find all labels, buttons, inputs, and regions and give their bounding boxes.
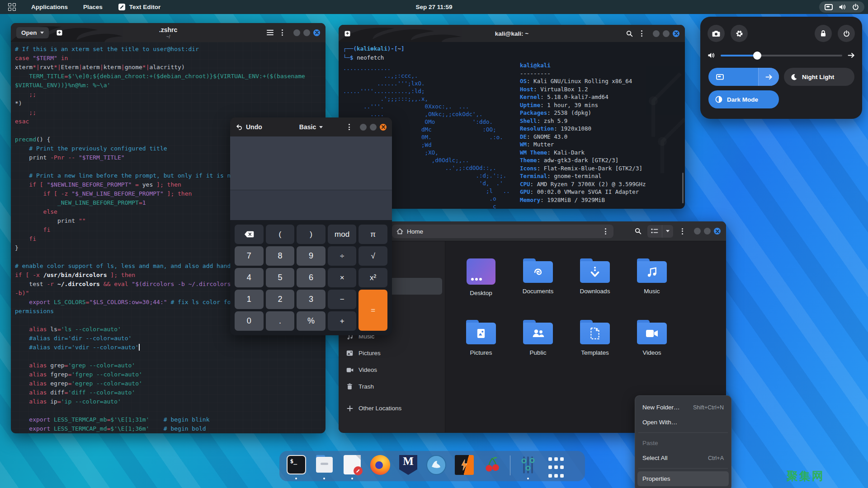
hamburger-menu-button[interactable] bbox=[267, 30, 274, 35]
folder-item-desktop[interactable]: Desktop bbox=[453, 258, 509, 314]
folder-item-pictures[interactable]: Pictures bbox=[453, 320, 509, 376]
calc-key-4[interactable]: 4 bbox=[235, 268, 264, 287]
view-options-caret[interactable] bbox=[662, 225, 673, 238]
calc-key-2[interactable]: 2 bbox=[266, 290, 295, 309]
dock-files-icon[interactable] bbox=[314, 455, 335, 480]
screenshot-button[interactable] bbox=[708, 25, 725, 42]
calc-key-x²[interactable]: x² bbox=[359, 268, 387, 287]
sidebar-item-trash[interactable]: Trash bbox=[341, 378, 442, 395]
calc-key-3[interactable]: 3 bbox=[297, 290, 326, 309]
calc-key-1[interactable]: 1 bbox=[235, 290, 264, 309]
new-document-button[interactable] bbox=[56, 29, 63, 36]
maximize-button[interactable] bbox=[370, 124, 377, 131]
calc-key-π[interactable]: π bbox=[359, 225, 387, 244]
maximize-button[interactable] bbox=[704, 228, 711, 235]
calc-key-×[interactable]: × bbox=[328, 268, 357, 287]
folder-item-downloads[interactable]: Downloads bbox=[566, 258, 623, 314]
calc-key-√[interactable]: √ bbox=[359, 246, 387, 266]
folder-item-videos[interactable]: Videos bbox=[623, 320, 680, 376]
kali-menu-icon[interactable] bbox=[8, 3, 16, 11]
search-button[interactable] bbox=[635, 228, 642, 235]
menu-item-select-all[interactable]: Select AllCtrl+A bbox=[637, 450, 729, 465]
display-arrow-button[interactable] bbox=[758, 68, 779, 86]
minimize-button[interactable] bbox=[360, 124, 367, 131]
dock-tweaks-icon[interactable] bbox=[518, 455, 538, 480]
sidebar-item-pictures[interactable]: Pictures bbox=[341, 345, 442, 361]
dock-app-grid-icon[interactable] bbox=[546, 455, 566, 480]
kebab-menu-button[interactable] bbox=[679, 228, 686, 235]
active-app-menu[interactable]: Text Editor bbox=[118, 3, 161, 11]
dock-cherrytree-icon[interactable] bbox=[482, 455, 503, 480]
new-tab-button[interactable] bbox=[344, 30, 351, 37]
folder-item-templates[interactable]: Templates bbox=[566, 320, 623, 376]
minimize-button[interactable] bbox=[653, 30, 660, 37]
folder-item-public[interactable]: Public bbox=[509, 320, 566, 376]
minimize-button[interactable] bbox=[694, 228, 701, 235]
text-editor-headerbar[interactable]: Open .zshrc ~/ bbox=[11, 23, 326, 42]
calc-key-([interactable]: ( bbox=[266, 225, 295, 244]
applications-menu[interactable]: Applications bbox=[31, 4, 68, 10]
calc-key-mod[interactable]: mod bbox=[328, 225, 357, 244]
menu-item-new-folder-[interactable]: New Folder…Shift+Ctrl+N bbox=[637, 400, 729, 415]
calc-backspace-key[interactable] bbox=[235, 225, 264, 244]
sound-settings-arrow[interactable] bbox=[848, 52, 855, 58]
minimize-button[interactable] bbox=[293, 29, 300, 36]
power-button[interactable] bbox=[838, 25, 855, 42]
maximize-button[interactable] bbox=[303, 29, 310, 36]
list-view-icon[interactable] bbox=[647, 225, 662, 238]
calc-key-0[interactable]: 0 bbox=[235, 311, 264, 331]
dock-firefox-icon[interactable] bbox=[370, 455, 391, 480]
calc-key-7[interactable]: 7 bbox=[235, 246, 264, 266]
calc-key-8[interactable]: 8 bbox=[266, 246, 295, 266]
dock-terminal-icon[interactable]: $_ bbox=[286, 455, 307, 480]
calc-key-=[interactable]: = bbox=[359, 290, 387, 331]
calc-key-9[interactable]: 9 bbox=[297, 246, 326, 266]
terminal-headerbar[interactable]: kali@kali: ~ bbox=[339, 25, 685, 42]
menu-item-open-with-[interactable]: Open With… bbox=[637, 415, 729, 430]
volume-slider[interactable] bbox=[721, 55, 842, 56]
calc-key-÷[interactable]: ÷ bbox=[328, 246, 357, 266]
view-toggle-button[interactable] bbox=[647, 225, 673, 238]
dock-metasploit-icon[interactable]: M bbox=[398, 455, 419, 480]
calc-key-6[interactable]: 6 bbox=[297, 268, 326, 287]
folder-item-music[interactable]: Music bbox=[623, 258, 680, 314]
calculator-headerbar[interactable]: Undo Basic bbox=[230, 117, 392, 136]
dock-text-editor-icon[interactable] bbox=[342, 455, 363, 480]
kebab-menu-button[interactable] bbox=[279, 29, 286, 36]
calc-key-−[interactable]: − bbox=[328, 290, 357, 309]
open-button[interactable]: Open bbox=[16, 27, 49, 38]
dock-burpsuite-icon[interactable] bbox=[454, 455, 475, 480]
path-options-button[interactable] bbox=[602, 228, 609, 235]
calc-key-)[interactable]: ) bbox=[297, 225, 326, 244]
menu-item-properties[interactable]: Properties bbox=[637, 471, 729, 486]
dock-wireshark-icon[interactable] bbox=[426, 455, 447, 480]
maximize-button[interactable] bbox=[663, 30, 670, 37]
search-button[interactable] bbox=[626, 30, 633, 37]
calculator-entry-display[interactable] bbox=[230, 190, 392, 220]
path-bar[interactable]: Home bbox=[392, 225, 613, 238]
settings-button[interactable] bbox=[731, 25, 748, 42]
undo-button[interactable]: Undo bbox=[236, 123, 262, 131]
system-tray[interactable] bbox=[819, 1, 864, 13]
volume-knob[interactable] bbox=[753, 52, 761, 60]
close-button[interactable] bbox=[673, 30, 679, 37]
calc-key-5[interactable]: 5 bbox=[266, 268, 295, 287]
calc-key-%[interactable]: % bbox=[297, 311, 326, 331]
calc-key-.[interactable]: . bbox=[266, 311, 295, 331]
close-button[interactable] bbox=[313, 29, 320, 36]
kebab-menu-button[interactable] bbox=[638, 30, 645, 37]
terminal-scrollbar[interactable] bbox=[682, 173, 684, 203]
night-light-toggle[interactable]: Night Light bbox=[784, 68, 854, 86]
close-button[interactable] bbox=[714, 228, 721, 235]
places-menu[interactable]: Places bbox=[83, 4, 103, 10]
dark-mode-toggle[interactable]: Dark Mode bbox=[708, 90, 779, 108]
files-headerbar[interactable]: Home bbox=[339, 221, 726, 241]
lock-button[interactable] bbox=[815, 25, 832, 42]
folder-item-documents[interactable]: Documents bbox=[509, 258, 566, 314]
display-toggle[interactable] bbox=[708, 68, 779, 86]
calc-key-+[interactable]: + bbox=[328, 311, 357, 331]
sidebar-item-other-locations[interactable]: Other Locations bbox=[341, 400, 442, 417]
sidebar-item-videos[interactable]: Videos bbox=[341, 361, 442, 378]
kebab-menu-button[interactable] bbox=[346, 124, 353, 130]
close-button[interactable] bbox=[380, 124, 387, 131]
